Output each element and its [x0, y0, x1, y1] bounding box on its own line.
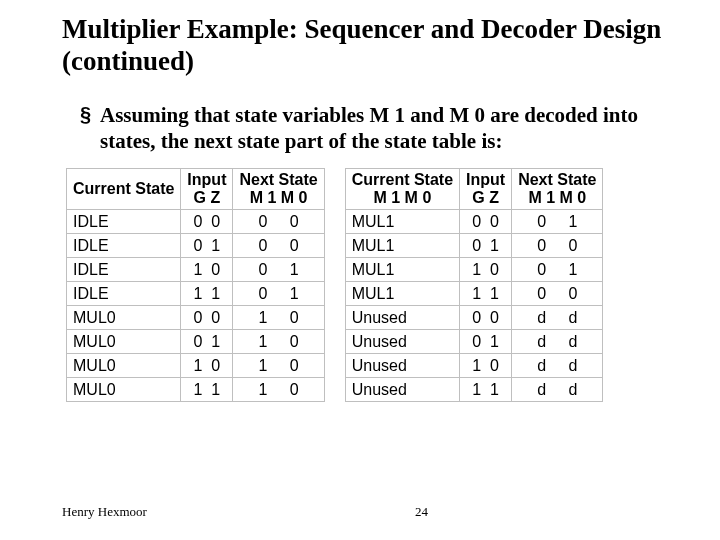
footer-page-number: 24 [415, 504, 678, 520]
cell-next: 0 1 [512, 258, 603, 282]
state-table-right: Current State M 1 M 0 Input G Z Next Sta… [345, 168, 604, 402]
cell-next: 0 0 [512, 234, 603, 258]
table-row: Unused1 0d d [345, 354, 603, 378]
table-row: IDLE1 00 1 [67, 258, 325, 282]
cell-input: 0 1 [460, 330, 512, 354]
footer-author: Henry Hexmoor [62, 504, 147, 520]
col-next-state-sub: M 1 M 0 [239, 189, 317, 207]
col-current-state-sub: M 1 M 0 [352, 189, 453, 207]
table-row: IDLE0 00 0 [67, 210, 325, 234]
col-input-sub: G Z [466, 189, 505, 207]
footer-spacer [147, 504, 415, 520]
cell-state: MUL1 [345, 234, 459, 258]
slide: Multiplier Example: Sequencer and Decode… [0, 0, 720, 540]
table-row: Unused0 1d d [345, 330, 603, 354]
table-row: Unused0 0d d [345, 306, 603, 330]
cell-state: MUL1 [345, 210, 459, 234]
bullet-icon: § [80, 102, 100, 126]
cell-state: IDLE [67, 282, 181, 306]
col-next-state-sub: M 1 M 0 [518, 189, 596, 207]
cell-input: 0 0 [460, 306, 512, 330]
cell-state: MUL1 [345, 258, 459, 282]
cell-next: 0 0 [233, 210, 324, 234]
table-row: Unused1 1d d [345, 378, 603, 402]
cell-input: 1 0 [460, 354, 512, 378]
cell-state: Unused [345, 354, 459, 378]
col-input-label: Input [187, 171, 226, 189]
col-input: Input G Z [181, 169, 233, 210]
cell-state: IDLE [67, 258, 181, 282]
cell-input: 0 1 [181, 330, 233, 354]
cell-next: 1 0 [233, 378, 324, 402]
cell-input: 1 1 [460, 378, 512, 402]
page-title: Multiplier Example: Sequencer and Decode… [62, 14, 678, 78]
cell-next: 0 0 [233, 234, 324, 258]
cell-next: d d [512, 306, 603, 330]
tables-wrap: Current State Input G Z Next State M 1 M… [66, 168, 678, 402]
cell-state: Unused [345, 330, 459, 354]
table-row: MUL01 11 0 [67, 378, 325, 402]
cell-state: MUL1 [345, 282, 459, 306]
col-input: Input G Z [460, 169, 512, 210]
table-row: MUL10 10 0 [345, 234, 603, 258]
col-input-sub: G Z [187, 189, 226, 207]
cell-state: MUL0 [67, 306, 181, 330]
col-current-state-label: Current State [352, 171, 453, 189]
table-row: MUL01 01 0 [67, 354, 325, 378]
col-next-state-label: Next State [239, 171, 317, 189]
cell-input: 0 1 [181, 234, 233, 258]
cell-state: IDLE [67, 210, 181, 234]
cell-input: 1 1 [460, 282, 512, 306]
bullet-item: § Assuming that state variables M 1 and … [62, 102, 678, 155]
table-row: MUL11 10 0 [345, 282, 603, 306]
cell-state: Unused [345, 306, 459, 330]
cell-input: 0 0 [181, 210, 233, 234]
cell-state: IDLE [67, 234, 181, 258]
col-current-state: Current State M 1 M 0 [345, 169, 459, 210]
cell-input: 0 0 [460, 210, 512, 234]
cell-state: MUL0 [67, 378, 181, 402]
table-row: MUL10 00 1 [345, 210, 603, 234]
cell-input: 1 0 [460, 258, 512, 282]
table-row: IDLE0 10 0 [67, 234, 325, 258]
col-input-label: Input [466, 171, 505, 189]
cell-next: d d [512, 330, 603, 354]
cell-input: 0 1 [460, 234, 512, 258]
col-next-state: Next State M 1 M 0 [512, 169, 603, 210]
cell-state: Unused [345, 378, 459, 402]
cell-input: 1 1 [181, 282, 233, 306]
table-row: IDLE1 10 1 [67, 282, 325, 306]
cell-state: MUL0 [67, 330, 181, 354]
cell-next: 1 0 [233, 354, 324, 378]
cell-input: 0 0 [181, 306, 233, 330]
cell-input: 1 0 [181, 354, 233, 378]
cell-next: d d [512, 378, 603, 402]
cell-next: 0 1 [233, 258, 324, 282]
table-row: MUL11 00 1 [345, 258, 603, 282]
cell-next: d d [512, 354, 603, 378]
col-current-state: Current State [67, 169, 181, 210]
cell-state: MUL0 [67, 354, 181, 378]
table-header-row: Current State Input G Z Next State M 1 M… [67, 169, 325, 210]
col-next-state-label: Next State [518, 171, 596, 189]
cell-next: 0 1 [512, 210, 603, 234]
state-table-left: Current State Input G Z Next State M 1 M… [66, 168, 325, 402]
cell-next: 1 0 [233, 306, 324, 330]
cell-input: 1 1 [181, 378, 233, 402]
footer: Henry Hexmoor 24 [62, 504, 678, 520]
cell-input: 1 0 [181, 258, 233, 282]
table-header-row: Current State M 1 M 0 Input G Z Next Sta… [345, 169, 603, 210]
table-row: MUL00 01 0 [67, 306, 325, 330]
col-next-state: Next State M 1 M 0 [233, 169, 324, 210]
table-row: MUL00 11 0 [67, 330, 325, 354]
cell-next: 0 1 [233, 282, 324, 306]
cell-next: 1 0 [233, 330, 324, 354]
bullet-text: Assuming that state variables M 1 and M … [100, 102, 678, 155]
cell-next: 0 0 [512, 282, 603, 306]
